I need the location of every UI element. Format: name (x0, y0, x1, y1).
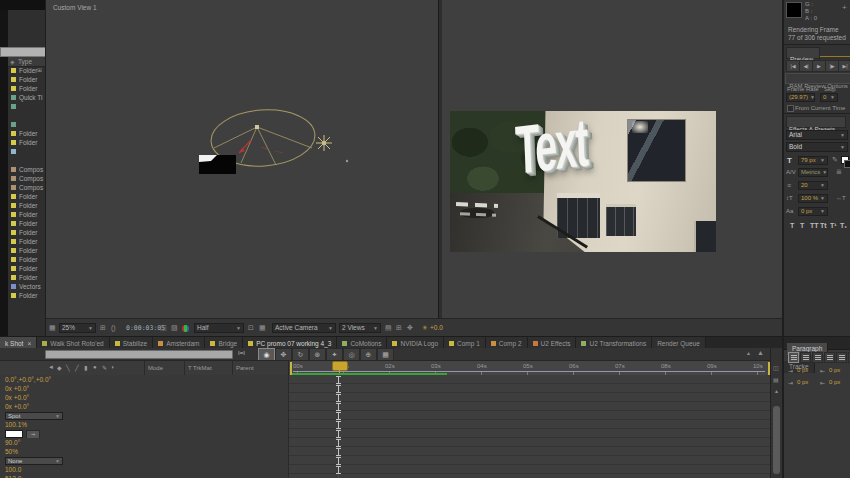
layer-switch-icon-4[interactable]: ▮ (84, 364, 87, 371)
project-item[interactable]: Compos (8, 165, 45, 174)
mask-visibility-icon[interactable]: () (111, 324, 116, 331)
show-snapshot-icon[interactable]: ▨ (171, 324, 178, 332)
project-item[interactable]: Folder (8, 255, 45, 264)
project-item[interactable]: Folder (8, 210, 45, 219)
space-before-value[interactable]: 0 px (797, 379, 808, 386)
layer-switch-icon-2[interactable]: ╲ (66, 364, 70, 371)
keyframe-ibeam[interactable] (336, 376, 341, 384)
composition-viewport[interactable]: Custom View 1 (45, 0, 783, 336)
vertical-scrollbar[interactable] (773, 406, 780, 474)
keyframe-ibeam[interactable] (336, 448, 341, 456)
project-item[interactable]: Folder (8, 192, 45, 201)
transport-button-1[interactable]: ◀| (799, 60, 813, 72)
close-tab-icon[interactable]: × (27, 340, 31, 347)
property-value[interactable]: 512.0 (5, 474, 21, 478)
snapshot-icon[interactable]: ◫ (160, 324, 167, 332)
project-item[interactable] (8, 156, 45, 165)
property-value[interactable]: 50% (5, 447, 18, 456)
project-item[interactable]: Quick Ti (8, 93, 45, 102)
align-button-3[interactable] (824, 352, 835, 363)
from-current-checkbox[interactable] (787, 105, 794, 112)
effects-presets-tab[interactable]: Effects & Presets (786, 116, 846, 128)
property-value[interactable]: 0x +0.0° (5, 393, 29, 402)
inout-toggle[interactable]: I=I (238, 350, 245, 357)
project-item[interactable]: Folder (8, 75, 45, 84)
layer-switch-icon-6[interactable]: ✎ (102, 364, 107, 371)
project-item[interactable]: Folder (8, 138, 45, 147)
3d-text-layer[interactable]: Text (514, 111, 588, 189)
zoom-dropdown[interactable]: 25%▼ (59, 323, 96, 333)
keyframe-ibeam[interactable] (336, 439, 341, 447)
type-style-button-4[interactable]: T¹ (830, 222, 837, 229)
font-style-dropdown[interactable]: Bold▼ (786, 142, 848, 152)
project-item[interactable]: Vectors (8, 282, 45, 291)
project-item[interactable]: Folder (8, 201, 45, 210)
project-progress-bar[interactable] (0, 47, 46, 57)
exposure-value[interactable]: +0.0 (430, 324, 443, 332)
property-color-swatch[interactable] (5, 430, 23, 438)
type-style-button-3[interactable]: Tt (820, 222, 827, 229)
keyframe-ibeam[interactable] (336, 394, 341, 402)
vertical-scale-dropdown[interactable]: 100 %▼ (798, 194, 828, 203)
property-value[interactable]: 0x +0.0° (5, 402, 29, 411)
mode-column-label[interactable]: Mode (148, 365, 163, 372)
keyframe-ibeam[interactable] (336, 466, 341, 474)
eyedropper-icon[interactable]: ✎ (832, 156, 838, 164)
property-value[interactable]: 90.0° (5, 438, 20, 447)
scroll-up-icon[interactable]: ▲ (774, 388, 779, 394)
roi-icon[interactable]: ⊡ (248, 324, 254, 332)
project-item[interactable]: Folder (8, 228, 45, 237)
fast-previews-icon[interactable]: ⊞ (396, 324, 402, 332)
project-item[interactable]: Folder (8, 219, 45, 228)
align-button-0[interactable] (788, 352, 799, 363)
type-style-button-5[interactable]: T₁ (840, 222, 847, 229)
project-item[interactable]: Folder (8, 237, 45, 246)
project-item[interactable]: Folder (8, 84, 45, 93)
align-button-1[interactable] (800, 352, 811, 363)
align-button-4[interactable] (836, 352, 847, 363)
transport-button-0[interactable]: |◀ (786, 60, 800, 72)
font-family-dropdown[interactable]: Arial▼ (786, 130, 848, 140)
project-item[interactable]: Folder (8, 246, 45, 255)
indent-left-value[interactable]: 0 px (797, 367, 808, 374)
property-value[interactable]: 100.1% (5, 420, 27, 429)
zoom-in-mountain-icon[interactable]: ▲ (757, 349, 764, 356)
camera-dropdown[interactable]: Active Camera▼ (272, 323, 336, 333)
safe-zones-icon[interactable]: ⊞ (100, 324, 106, 332)
camera-wireframe-scene[interactable] (191, 95, 391, 190)
baseline-shift-dropdown[interactable]: 0 px▼ (798, 207, 828, 216)
keyframe-ibeam[interactable] (336, 403, 341, 411)
layer-switch-icon-1[interactable]: ◆ (57, 364, 62, 371)
font-size-dropdown[interactable]: 79 px▼ (798, 156, 828, 165)
playhead-marker[interactable] (332, 361, 348, 371)
type-style-button-0[interactable]: T (790, 222, 794, 229)
transport-button-4[interactable]: ▶| (838, 60, 850, 72)
project-item[interactable] (8, 147, 45, 156)
tracking-dropdown[interactable]: 20▼ (798, 181, 828, 190)
layer-switch-icon-5[interactable]: ● (93, 364, 97, 370)
align-button-2[interactable] (812, 352, 823, 363)
show-channel-icon[interactable] (182, 325, 189, 332)
skip-dropdown[interactable]: 0▼ (820, 93, 838, 102)
space-after-value[interactable]: 0 px (829, 379, 840, 386)
project-item[interactable] (8, 111, 45, 120)
kerning-dropdown[interactable]: Metrics▼ (798, 168, 828, 177)
property-dropdown[interactable]: None▼ (5, 457, 63, 465)
layer-switch-icon-3[interactable]: ╱ (75, 364, 79, 371)
indent-right-value[interactable]: 0 px (829, 367, 840, 374)
trkmat-column-label[interactable]: T TrkMat (188, 365, 212, 372)
rendered-frame[interactable]: Text (450, 111, 716, 252)
layer-switch-icon-0[interactable]: ◄ (48, 364, 54, 370)
transport-button-3[interactable]: |▶ (825, 60, 839, 72)
plus-icon[interactable]: + (842, 3, 847, 12)
keyframe-ibeam[interactable] (336, 430, 341, 438)
keyframe-ibeam[interactable] (336, 457, 341, 465)
resolution-dropdown[interactable]: Half▼ (194, 323, 244, 333)
flowchart-icon[interactable]: ✥ (407, 324, 413, 332)
comp-mini-flowchart-icon[interactable]: ◫ (773, 364, 779, 371)
stroke-color-swatch[interactable] (844, 160, 850, 168)
comp-marker-icon[interactable]: ▤ (773, 376, 779, 383)
project-item[interactable]: Folder (8, 129, 45, 138)
project-item[interactable]: Compos (8, 174, 45, 183)
transport-button-2[interactable]: ▶ (812, 60, 826, 72)
